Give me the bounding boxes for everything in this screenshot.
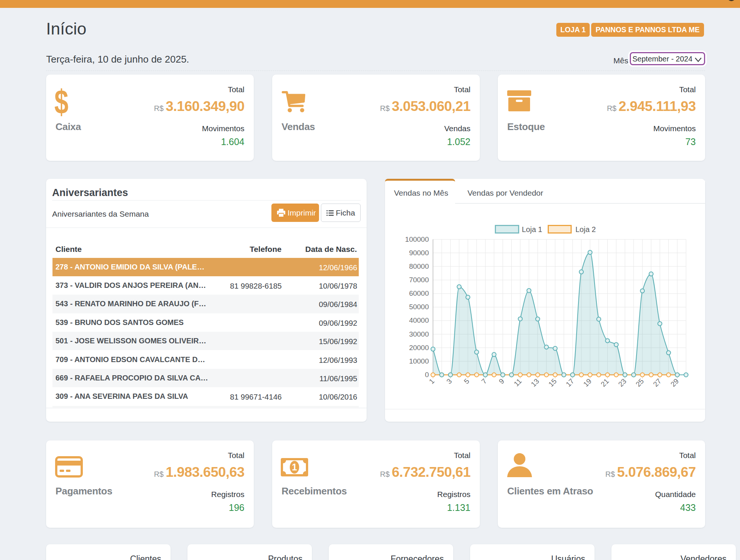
svg-text:27: 27 [652, 377, 663, 388]
svg-text:20000: 20000 [409, 344, 429, 352]
svg-text:11: 11 [512, 377, 523, 388]
svg-text:1: 1 [292, 462, 297, 472]
svg-text:40000: 40000 [409, 316, 429, 324]
svg-text:3: 3 [445, 377, 453, 385]
svg-text:100000: 100000 [405, 235, 429, 243]
svg-text:0: 0 [425, 371, 429, 379]
svg-text:9: 9 [497, 377, 506, 385]
svg-text:60000: 60000 [409, 289, 429, 297]
svg-text:17: 17 [564, 377, 575, 388]
svg-text:19: 19 [582, 377, 593, 388]
svg-text:5: 5 [463, 377, 471, 385]
svg-text:70000: 70000 [409, 276, 429, 284]
svg-text:30000: 30000 [409, 330, 429, 338]
svg-text:13: 13 [529, 377, 541, 388]
svg-text:50000: 50000 [409, 303, 429, 311]
svg-text:25: 25 [634, 377, 646, 388]
svg-text:7: 7 [480, 377, 488, 385]
svg-text:29: 29 [669, 377, 680, 388]
svg-text:90000: 90000 [409, 249, 429, 257]
svg-text:1: 1 [427, 377, 436, 385]
svg-text:10000: 10000 [409, 357, 429, 365]
svg-text:15: 15 [547, 377, 558, 388]
svg-text:80000: 80000 [409, 262, 429, 270]
svg-text:21: 21 [599, 377, 611, 388]
svg-text:23: 23 [617, 377, 628, 388]
